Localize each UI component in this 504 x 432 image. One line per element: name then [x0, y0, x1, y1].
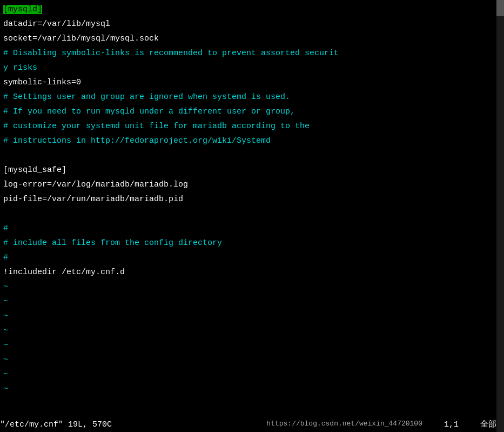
- line-18: !includedir /etc/my.cnf.d: [3, 265, 500, 280]
- line-8: # customize your systemd unit file for m…: [3, 119, 500, 134]
- line-14: [3, 207, 500, 221]
- line-9: # instructions in http://fedoraproject.o…: [3, 134, 500, 148]
- tilde-7: ~: [3, 367, 500, 382]
- line-6: # Settings user and group are ignored wh…: [3, 90, 500, 104]
- tilde-2: ~: [3, 294, 500, 309]
- tilde-4: ~: [3, 323, 500, 338]
- line-10: [3, 148, 500, 163]
- tilde-8: ~: [3, 382, 500, 396]
- status-right: https://blog.csdn.net/weixin_44720100 1,…: [266, 417, 496, 432]
- terminal: [mysqld] datadir=/var/lib/mysql socket=/…: [0, 0, 504, 432]
- editor-content: [mysqld] datadir=/var/lib/mysql socket=/…: [3, 2, 500, 396]
- tilde-1: ~: [3, 280, 500, 294]
- line-17: #: [3, 250, 500, 265]
- scrollbar-thumb[interactable]: [496, 0, 504, 16]
- line-4: # Disabling symbolic-links is recommende…: [3, 46, 500, 61]
- line-7: # If you need to run mysqld under a diff…: [3, 104, 500, 119]
- line-15: #: [3, 221, 500, 236]
- tilde-3: ~: [3, 309, 500, 323]
- url-text: https://blog.csdn.net/weixin_44720100: [266, 417, 422, 432]
- tilde-6: ~: [3, 353, 500, 367]
- status-file-info: "/etc/my.cnf" 19L, 570C: [0, 417, 112, 432]
- line-16: # include all files from the config dire…: [3, 236, 500, 250]
- section-marker: [mysqld]: [3, 5, 42, 14]
- scrollbar[interactable]: [496, 0, 504, 432]
- line-2: datadir=/var/lib/mysql: [3, 17, 500, 31]
- line-3: socket=/var/lib/mysql/mysql.sock: [3, 31, 500, 46]
- tilde-5: ~: [3, 338, 500, 353]
- line-13: pid-file=/var/run/mariadb/mariadb.pid: [3, 192, 500, 207]
- status-all: 全部: [480, 417, 496, 432]
- line-5: symbolic-links=0: [3, 75, 500, 90]
- line-1: [mysqld]: [3, 2, 500, 17]
- status-position: 1,1: [444, 417, 459, 432]
- line-11: [mysqld_safe]: [3, 163, 500, 177]
- status-bar: "/etc/my.cnf" 19L, 570C https://blog.csd…: [0, 417, 496, 432]
- line-12: log-error=/var/log/mariadb/mariadb.log: [3, 177, 500, 192]
- line-4b: y risks: [3, 61, 500, 75]
